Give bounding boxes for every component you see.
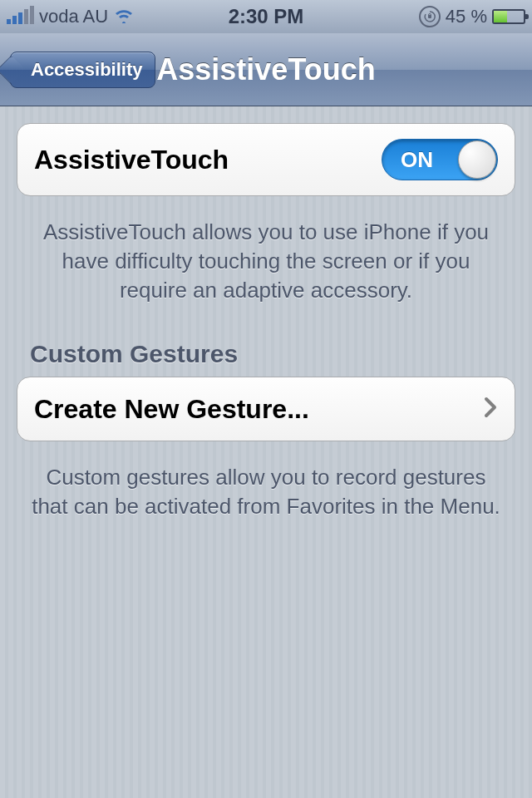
assistivetouch-toggle[interactable]: ON (382, 139, 498, 180)
create-gesture-label: Create New Gesture... (34, 394, 309, 425)
status-right: 45 % (419, 6, 525, 27)
status-left: voda AU (7, 5, 419, 28)
assistivetouch-row: AssistiveTouch ON (17, 123, 515, 196)
toggle-on-text: ON (401, 147, 433, 173)
battery-percent-label: 45 % (446, 6, 487, 27)
rotation-lock-icon (419, 6, 441, 27)
status-bar: voda AU 2:30 PM 45 % (0, 0, 532, 33)
page-title: AssistiveTouch (156, 52, 375, 87)
toggle-footer-text: AssistiveTouch allows you to use iPhone … (17, 206, 515, 325)
toggle-group: AssistiveTouch ON (17, 123, 515, 196)
toggle-knob-icon (458, 140, 496, 179)
chevron-right-icon (483, 394, 498, 425)
wifi-icon (113, 5, 135, 28)
back-button[interactable]: Accessibility (10, 52, 155, 88)
clock-label: 2:30 PM (229, 5, 304, 28)
gestures-footer-text: Custom gestures allow you to record gest… (17, 451, 515, 541)
signal-strength-icon (7, 9, 34, 24)
custom-gestures-header: Custom Gestures (17, 325, 515, 377)
battery-icon (492, 9, 525, 24)
gestures-group: Create New Gesture... (17, 377, 515, 441)
carrier-label: voda AU (39, 6, 108, 27)
assistivetouch-label: AssistiveTouch (34, 145, 229, 175)
nav-bar: Accessibility AssistiveTouch (0, 33, 532, 106)
back-button-label: Accessibility (31, 59, 143, 80)
create-gesture-row[interactable]: Create New Gesture... (17, 377, 515, 441)
content-area: AssistiveTouch ON AssistiveTouch allows … (0, 106, 532, 798)
